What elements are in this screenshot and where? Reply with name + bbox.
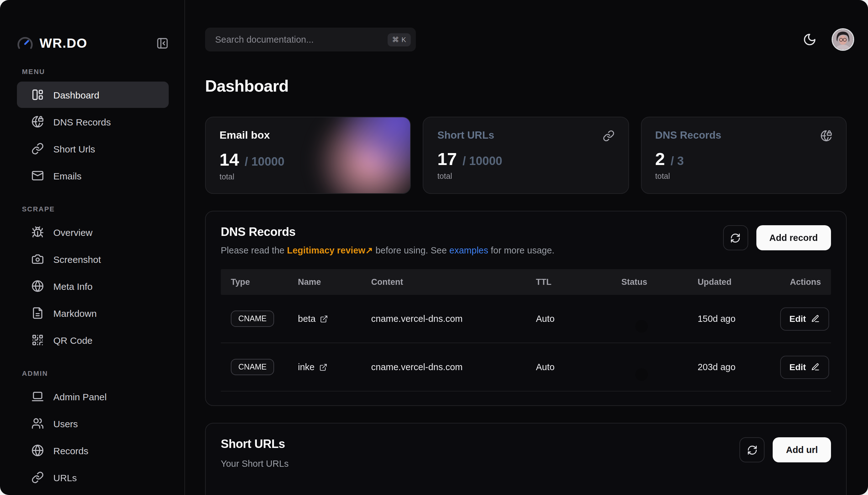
sidebar-item-dashboard[interactable]: Dashboard	[17, 82, 169, 108]
link-icon	[31, 471, 44, 484]
panel-left-close-icon	[156, 37, 169, 50]
sidebar-item-urls[interactable]: URLs	[17, 464, 169, 491]
desc-text: before using. See	[373, 245, 449, 255]
stat-value: 2	[655, 149, 665, 169]
camera-icon	[31, 253, 44, 266]
examples-link[interactable]: examples	[449, 245, 488, 255]
arrow-up-right-icon: ↗	[365, 245, 373, 255]
record-updated: 150d ago	[688, 314, 770, 324]
record-name: beta	[298, 314, 315, 324]
add-url-button[interactable]: Add url	[773, 437, 831, 462]
pen-icon	[811, 314, 820, 323]
col-status: Status	[611, 277, 688, 287]
table-row: CNAME inke cname.vercel-dns.com Auto 203…	[221, 343, 831, 392]
col-actions: Actions	[770, 277, 831, 287]
record-name-link[interactable]: beta	[298, 314, 328, 324]
record-content: cname.vercel-dns.com	[361, 314, 526, 324]
record-updated: 203d ago	[688, 362, 770, 372]
link-icon	[31, 142, 44, 155]
sidebar-item-qr-code[interactable]: QR Code	[17, 327, 169, 353]
laptop-icon	[31, 390, 44, 403]
main-content: ⌘ K	[185, 0, 868, 495]
stat-caption: total	[437, 172, 614, 181]
dns-panel-description: Please read the Legitimacy review↗ befor…	[221, 245, 554, 255]
edit-record-button[interactable]: Edit	[780, 307, 829, 330]
topbar: ⌘ K	[205, 28, 847, 51]
record-ttl: Auto	[526, 314, 611, 324]
refresh-icon	[730, 233, 741, 243]
section-label-menu: MENU	[22, 68, 169, 75]
gauge-logo-icon	[17, 35, 33, 51]
search-box[interactable]: ⌘ K	[205, 28, 416, 51]
sidebar-item-admin-panel[interactable]: Admin Panel	[17, 383, 169, 410]
sidebar-item-label: Markdown	[53, 308, 97, 319]
globe-icon	[31, 280, 44, 292]
desc-text: Please read the	[221, 245, 287, 255]
brand-logo[interactable]: WR.DO	[17, 35, 87, 51]
record-type-badge: CNAME	[231, 359, 274, 375]
sidebar-item-label: Records	[53, 445, 88, 456]
edit-label: Edit	[789, 314, 806, 324]
refresh-button[interactable]	[740, 437, 765, 462]
user-avatar[interactable]	[832, 28, 854, 51]
sidebar: WR.DO MENU Dashboard DNS Records Short U…	[0, 0, 185, 495]
dns-records-panel: DNS Records Please read the Legitimacy r…	[205, 211, 847, 406]
stat-caption: total	[655, 172, 832, 181]
sidebar-item-markdown[interactable]: Markdown	[17, 300, 169, 326]
section-label-scrape: SCRAPE	[22, 205, 169, 213]
pen-icon	[811, 363, 820, 371]
stat-limit: / 10000	[245, 155, 284, 169]
record-name-link[interactable]: inke	[298, 362, 327, 372]
sidebar-item-overview[interactable]: Overview	[17, 219, 169, 245]
stat-value: 17	[437, 149, 457, 169]
stat-limit: / 3	[671, 154, 683, 168]
theme-toggle-button[interactable]	[803, 33, 817, 47]
col-name: Name	[288, 277, 361, 287]
sidebar-item-records[interactable]: Records	[17, 437, 169, 464]
col-content: Content	[361, 277, 526, 287]
sidebar-item-label: Screenshot	[53, 254, 101, 264]
external-link-icon	[320, 314, 328, 323]
sidebar-item-label: QR Code	[53, 335, 92, 345]
stat-title: DNS Records	[655, 129, 832, 141]
search-input[interactable]	[215, 34, 383, 45]
table-header-row: Type Name Content TTL Status Updated Act…	[221, 269, 831, 295]
sidebar-item-users[interactable]: Users	[17, 410, 169, 437]
users-icon	[31, 417, 44, 430]
sidebar-item-emails[interactable]: Emails	[17, 163, 169, 189]
sidebar-collapse-button[interactable]	[156, 37, 169, 50]
stat-value: 14	[220, 150, 239, 170]
add-record-button[interactable]: Add record	[756, 225, 831, 250]
moon-icon	[803, 33, 817, 47]
sidebar-item-dns-records[interactable]: DNS Records	[17, 108, 169, 135]
brand-name: WR.DO	[39, 36, 87, 51]
sidebar-item-label: URLs	[53, 472, 77, 483]
sidebar-item-screenshot[interactable]: Screenshot	[17, 246, 169, 272]
short-urls-panel-subtitle: Your Short URLs	[221, 459, 289, 468]
sidebar-item-label: DNS Records	[53, 116, 111, 127]
layout-dashboard-icon	[31, 88, 44, 101]
refresh-button[interactable]	[723, 225, 748, 250]
legitimacy-review-link[interactable]: Legitimacy review	[287, 245, 365, 255]
desc-text: for more usage.	[488, 245, 554, 255]
stat-card-dns-records: DNS Records 2 / 3 total	[641, 117, 847, 194]
app-window: WR.DO MENU Dashboard DNS Records Short U…	[0, 0, 868, 495]
stat-card-email-box: Email box 14 / 10000 total	[205, 117, 411, 194]
edit-record-button[interactable]: Edit	[780, 355, 829, 379]
stat-caption: total	[220, 172, 397, 181]
sidebar-item-label: Short Urls	[53, 143, 95, 154]
sidebar-item-label: Users	[53, 418, 78, 429]
sidebar-item-label: Meta Info	[53, 281, 92, 291]
record-name: inke	[298, 362, 314, 372]
bug-icon	[31, 226, 44, 238]
edit-label: Edit	[789, 362, 806, 372]
section-label-admin: ADMIN	[22, 370, 169, 377]
sidebar-item-short-urls[interactable]: Short Urls	[17, 136, 169, 162]
stat-limit: / 10000	[463, 154, 502, 168]
dns-panel-title: DNS Records	[221, 225, 554, 239]
sidebar-item-meta-info[interactable]: Meta Info	[17, 273, 169, 299]
toggle-knob	[635, 320, 647, 332]
col-updated: Updated	[688, 277, 770, 287]
refresh-icon	[747, 444, 758, 455]
avatar-image	[833, 30, 853, 50]
